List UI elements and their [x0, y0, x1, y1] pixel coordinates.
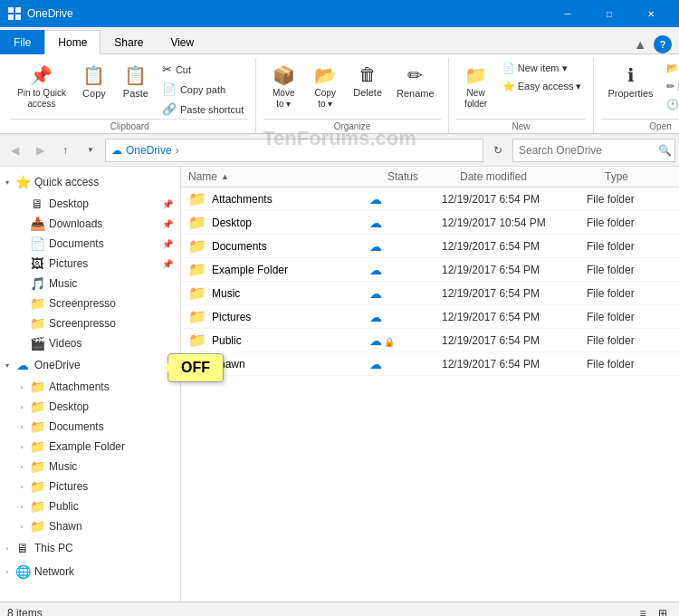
col-header-date[interactable]: Date modified	[460, 170, 605, 183]
file-list-header: Name ▲ Status Date modified Type Size	[181, 167, 679, 188]
copy-path-button[interactable]: 📄 Copy path	[158, 80, 248, 99]
sidebar-item-od-pictures[interactable]: › 📁 Pictures	[14, 476, 180, 496]
history-button[interactable]: 🕐 History	[662, 96, 679, 113]
date-cell: 12/19/2017 6:54 PM	[442, 240, 587, 253]
new-item-button[interactable]: 📄 New item ▾	[498, 60, 587, 77]
recent-locations-button[interactable]: ▼	[80, 140, 101, 161]
details-view-button[interactable]: ≡	[634, 604, 652, 617]
tab-file[interactable]: File	[0, 30, 44, 54]
clipboard-label: Clipboard	[11, 119, 248, 131]
easy-access-button[interactable]: ⭐ Easy access ▾	[498, 78, 587, 95]
date-cell: 12/19/2017 6:54 PM	[442, 287, 587, 300]
thispc-icon: 🖥	[14, 540, 31, 556]
attachments-folder-icon: 📁	[29, 379, 45, 395]
search-input[interactable]	[519, 144, 655, 157]
paste-icon: 📋	[124, 64, 147, 86]
properties-button[interactable]: ℹ Properties	[601, 60, 659, 103]
quick-access-children: 🖥 Desktop 📌 📥 Downloads 📌 📄 Documents 📌	[14, 194, 180, 353]
up-button[interactable]: ↑	[54, 140, 76, 161]
sidebar-item-desktop[interactable]: 🖥 Desktop 📌	[14, 194, 180, 214]
ribbon-group-organize: 📦 Moveto ▾ 📂 Copyto ▾ 🗑 Delete ✏ Rename …	[256, 58, 448, 133]
ribbon-tabs: File Home Share View ▲ ?	[0, 27, 679, 54]
col-header-status[interactable]: Status	[387, 170, 460, 183]
sidebar-item-screenpresso2[interactable]: 📁 Screenpresso	[14, 313, 180, 333]
new-folder-button[interactable]: 📁 Newfolder	[456, 60, 496, 114]
sidebar-item-documents[interactable]: 📄 Documents 📌	[14, 234, 180, 254]
table-row[interactable]: 📁 Music ☁ 12/19/2017 6:54 PM File folder	[181, 282, 679, 305]
od-documents-folder-icon: 📁	[29, 419, 45, 435]
table-row[interactable]: 📁 Public ☁🔒 12/19/2017 6:54 PM File fold…	[181, 329, 679, 352]
table-row[interactable]: 📁 Shawn ☁ 12/19/2017 6:54 PM File folder	[181, 352, 679, 376]
table-row[interactable]: 📁 Pictures ☁ 12/19/2017 6:54 PM File fol…	[181, 305, 679, 329]
type-cell: File folder	[587, 334, 677, 347]
attachments-expand: ›	[14, 380, 29, 394]
new-buttons: 📁 Newfolder 📄 New item ▾ ⭐ Easy access ▾	[456, 60, 587, 119]
sidebar-item-od-desktop[interactable]: › 📁 Desktop	[14, 397, 180, 417]
refresh-button[interactable]: ↻	[487, 140, 509, 161]
table-row[interactable]: 📁 Desktop ☁ 12/19/2017 10:54 PM File fol…	[181, 211, 679, 235]
search-box[interactable]: 🔍	[512, 139, 675, 162]
maximize-button[interactable]: □	[588, 0, 630, 27]
pin-quick-access-button[interactable]: 📌 Pin to Quickaccess	[11, 60, 72, 114]
copy-to-button[interactable]: 📂 Copyto ▾	[305, 60, 345, 114]
address-path[interactable]: ☁ OneDrive ›	[105, 139, 483, 162]
od-shawn-folder-icon: 📁	[29, 518, 45, 534]
forward-button[interactable]: ▶	[29, 140, 51, 161]
tab-home[interactable]: Home	[44, 30, 100, 54]
minimize-button[interactable]: ─	[547, 0, 588, 27]
status-cell: ☁	[369, 263, 442, 277]
network-expand-icon: ›	[0, 564, 14, 579]
sidebar-section-network[interactable]: › 🌐 Network	[0, 560, 180, 583]
sidebar-item-od-shawn[interactable]: › 📁 Shawn	[14, 516, 180, 536]
copy-button-large[interactable]: 📋 Copy	[74, 60, 114, 103]
folder-icon: 📁	[188, 237, 206, 255]
sidebar-item-videos[interactable]: 🎬 Videos	[14, 333, 180, 353]
sidebar-item-od-public[interactable]: › 📁 Public	[14, 496, 180, 516]
close-button[interactable]: ✕	[630, 0, 672, 27]
title-bar: OneDrive ─ □ ✕	[0, 0, 679, 27]
paste-button[interactable]: 📋 Paste	[116, 60, 156, 103]
sidebar-item-screenpresso1[interactable]: 📁 Screenpresso	[14, 294, 180, 313]
file-name-cell: 📁 Example Folder	[188, 261, 369, 278]
sidebar-item-pictures[interactable]: 🖼 Pictures 📌	[14, 254, 180, 274]
attachments-label: Attachments	[49, 380, 110, 393]
sidebar-section-thispc[interactable]: › 🖥 This PC	[0, 536, 180, 560]
sidebar-item-od-example[interactable]: › 📁 Example Folder	[14, 437, 180, 457]
cut-button[interactable]: ✂ Cut	[158, 60, 248, 79]
table-row[interactable]: 📁 Attachments ☁ 12/19/2017 6:54 PM File …	[181, 188, 679, 211]
sidebar-item-od-music[interactable]: › 📁 Music	[14, 457, 180, 476]
tab-view[interactable]: View	[157, 30, 207, 54]
col-header-type[interactable]: Type	[605, 170, 679, 183]
sidebar-item-od-documents[interactable]: › 📁 Documents	[14, 417, 180, 437]
status-cell: ☁	[369, 357, 442, 371]
table-row[interactable]: 📁 Documents ☁ 12/19/2017 6:54 PM File fo…	[181, 235, 679, 258]
date-cell: 12/19/2017 6:54 PM	[442, 358, 587, 371]
new-small-buttons: 📄 New item ▾ ⭐ Easy access ▾	[498, 60, 587, 95]
type-cell: File folder	[587, 240, 677, 253]
pictures-label: Pictures	[49, 257, 88, 270]
col-header-name[interactable]: Name ▲	[188, 170, 387, 183]
table-row[interactable]: 📁 Example Folder ☁ 12/19/2017 6:54 PM Fi…	[181, 258, 679, 282]
cloud-icon: ☁	[369, 192, 382, 207]
tab-share[interactable]: Share	[100, 30, 157, 54]
open-button[interactable]: 📂 Open ▾	[662, 60, 679, 77]
rename-button[interactable]: ✏ Rename	[390, 60, 441, 103]
properties-label: Properties	[607, 88, 653, 99]
edit-button[interactable]: ✏ Edit	[662, 78, 679, 95]
delete-button[interactable]: 🗑 Delete	[347, 60, 388, 102]
sidebar-section-onedrive[interactable]: ▾ ☁ OneDrive	[0, 353, 180, 377]
move-to-button[interactable]: 📦 Moveto ▾	[263, 60, 303, 114]
sidebar-item-downloads[interactable]: 📥 Downloads 📌	[14, 214, 180, 234]
back-button[interactable]: ◀	[4, 140, 25, 161]
large-icons-view-button[interactable]: ⊞	[654, 604, 672, 617]
cloud-icon: ☁	[369, 216, 382, 230]
ribbon-collapse-icon[interactable]: ▲	[634, 37, 646, 52]
off-tooltip: OFF	[167, 353, 224, 382]
path-crumb-onedrive[interactable]: OneDrive	[126, 144, 172, 157]
sidebar-item-attachments[interactable]: › 📁 Attachments	[14, 377, 180, 397]
status-bar: 8 items ≡ ⊞	[0, 602, 679, 616]
sidebar-item-music[interactable]: 🎵 Music	[14, 274, 180, 294]
help-button[interactable]: ?	[654, 35, 672, 53]
paste-shortcut-button[interactable]: 🔗 Paste shortcut	[158, 100, 248, 119]
sidebar-section-quick-access[interactable]: ▾ ⭐ Quick access	[0, 170, 180, 194]
